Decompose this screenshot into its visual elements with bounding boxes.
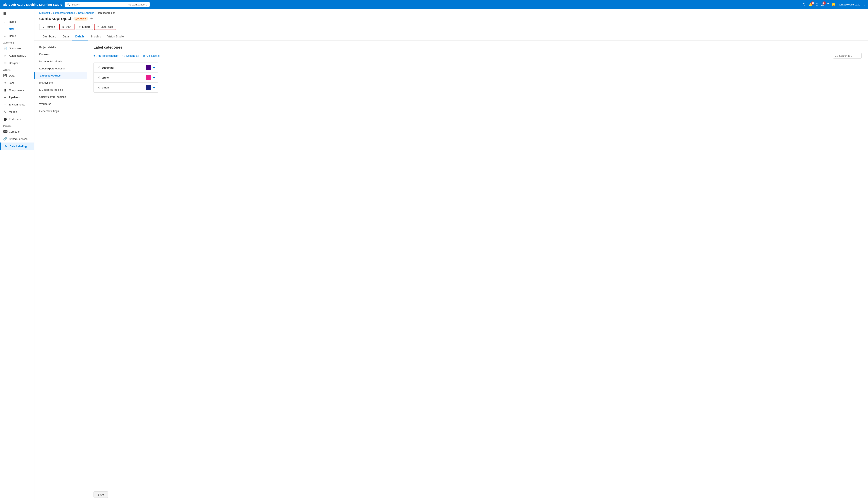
info-icon: ℹ <box>75 17 76 20</box>
category-list: − cucumber + − apple + − <box>94 63 158 93</box>
tab-dashboard[interactable]: Dashboard <box>39 33 60 41</box>
tabs: Dashboard Data Details Insights Vision S… <box>34 33 868 41</box>
search-box[interactable]: 🔍 This workspace ⌄ <box>65 2 150 7</box>
left-nav-general-settings[interactable]: General Settings <box>34 107 87 115</box>
left-nav-label-categories[interactable]: Label categories <box>34 72 87 79</box>
left-nav-quality-control[interactable]: Quality control settings <box>34 93 87 100</box>
main-content: Label categories + Add label category ⨁ … <box>87 41 868 488</box>
add-label-category-button[interactable]: + Add label category <box>94 54 118 57</box>
status-badge: ℹ Paused <box>74 17 88 21</box>
left-nav-workforce[interactable]: Workforce <box>34 100 87 107</box>
color-swatch-onion[interactable] <box>146 85 151 90</box>
sidebar-item-models[interactable]: ↻ Models <box>0 108 34 115</box>
workspace-selector[interactable]: This workspace ⌄ <box>126 3 148 6</box>
pipelines-icon: ≡ <box>3 96 7 99</box>
data-labeling-icon: ✎ <box>4 144 8 148</box>
add-subcategory-onion-button[interactable]: + <box>153 86 155 89</box>
label-actions: + Add label category ⨁ Expand all ⨂ Coll… <box>94 53 861 58</box>
sidebar-item-compute[interactable]: ⌨ Compute <box>0 128 34 135</box>
breadcrumb-data-labeling[interactable]: Data Labeling <box>78 11 94 14</box>
sidebar: ☰ ← Home + New ⌂ Home Authoring 📄 Notebo… <box>0 9 34 501</box>
sidebar-item-environments[interactable]: ▭ Environments <box>0 101 34 108</box>
username-label[interactable]: contosoworkspace <box>838 3 860 6</box>
sidebar-item-data-labeling[interactable]: ✎ Data Labeling <box>0 142 34 150</box>
expand-onion-icon[interactable]: − <box>97 86 100 89</box>
sidebar-item-home[interactable]: ⌂ Home <box>0 32 34 40</box>
sidebar-item-microsoft[interactable]: ← Home <box>0 18 34 25</box>
sidebar-item-jobs[interactable]: ⚛ Jobs <box>0 79 34 86</box>
sidebar-item-linked-services[interactable]: 🔗 Linked Services <box>0 135 34 142</box>
search-input[interactable] <box>72 3 125 6</box>
expand-apple-icon[interactable]: − <box>97 76 100 79</box>
clock-icon[interactable]: ⏱ <box>803 3 806 6</box>
expand-cucumber-icon[interactable]: − <box>97 66 100 69</box>
top-bar: Microsoft Azure Machine Learning Studio … <box>0 0 868 9</box>
left-nav-ml-assisted[interactable]: ML assisted labeling <box>34 86 87 93</box>
tab-vision-studio[interactable]: Vision Studio <box>104 33 127 41</box>
tab-insights[interactable]: Insights <box>88 33 104 41</box>
breadcrumb: Microsoft › contosoworkspace › Data Labe… <box>34 9 868 15</box>
category-item-onion: − onion + <box>94 83 158 92</box>
hamburger-icon[interactable]: ☰ <box>0 9 34 18</box>
dropdown-chevron-icon[interactable]: ⌄ <box>863 3 866 6</box>
sidebar-item-components[interactable]: ▮ Components <box>0 86 34 94</box>
components-icon: ▮ <box>3 88 7 92</box>
sidebar-item-automated-ml[interactable]: △ Automated ML <box>0 52 34 59</box>
manage-section-label: Manage <box>0 122 34 128</box>
account-icon[interactable]: 😀 <box>832 3 836 7</box>
start-button[interactable]: ▶ Start <box>59 24 75 30</box>
left-nav-datasets[interactable]: Datasets <box>34 51 87 58</box>
breadcrumb-sep-3: › <box>96 12 96 14</box>
expand-all-button[interactable]: ⨁ Expand all <box>122 54 139 57</box>
notifications-icon[interactable]: 🔔 23 <box>809 3 813 7</box>
alerts-icon[interactable]: ⚠ 14 <box>821 3 824 7</box>
breadcrumb-sep-1: › <box>51 12 52 14</box>
collapse-all-button[interactable]: ⨂ Collapse all <box>143 54 160 57</box>
sidebar-item-endpoints[interactable]: ⬤ Endpoints <box>0 115 34 122</box>
sidebar-item-new[interactable]: + New <box>0 25 34 32</box>
help-icon[interactable]: ? <box>827 3 829 6</box>
add-subcategory-cucumber-button[interactable]: + <box>153 66 155 69</box>
star-icon[interactable]: ★ <box>90 17 93 21</box>
jobs-icon: ⚛ <box>3 81 7 85</box>
left-nav-incremental-refresh[interactable]: Incremental refresh <box>34 58 87 65</box>
page-title: contosoproject <box>39 16 72 21</box>
filter-icon: ⚖ <box>835 54 838 57</box>
tab-details[interactable]: Details <box>72 33 88 41</box>
data-icon: 💾 <box>3 74 7 77</box>
tab-data[interactable]: Data <box>60 33 72 41</box>
authoring-section-label: Authoring <box>0 40 34 45</box>
left-nav: Project details Datasets Incremental ref… <box>34 41 87 501</box>
home-icon: ⌂ <box>3 34 7 38</box>
search-categories-box[interactable]: ⚖ <box>833 53 861 58</box>
category-name-apple: apple <box>102 76 144 79</box>
alerts-badge: 14 <box>823 1 826 5</box>
search-categories-input[interactable] <box>839 54 859 57</box>
sidebar-item-pipelines[interactable]: ≡ Pipelines <box>0 94 34 101</box>
save-button[interactable]: Save <box>94 491 108 498</box>
color-swatch-apple[interactable] <box>146 75 151 80</box>
category-item-cucumber: − cucumber + <box>94 63 158 73</box>
models-icon: ↻ <box>3 110 7 114</box>
breadcrumb-microsoft[interactable]: Microsoft <box>39 11 50 14</box>
category-name-cucumber: cucumber <box>102 66 144 69</box>
color-swatch-cucumber[interactable] <box>146 65 151 70</box>
breadcrumb-workspace[interactable]: contosoworkspace <box>53 11 75 14</box>
refresh-button[interactable]: ↻ Refresh <box>39 24 58 30</box>
label-data-button[interactable]: ✎ Label data <box>94 24 116 30</box>
sidebar-item-data[interactable]: 💾 Data <box>0 72 34 79</box>
add-subcategory-apple-button[interactable]: + <box>153 76 155 79</box>
save-bar: Save <box>87 488 868 501</box>
chevron-down-icon: ⌄ <box>145 3 148 6</box>
export-button[interactable]: ⇧ Export <box>76 24 93 30</box>
sidebar-item-designer[interactable]: ☷ Designer <box>0 59 34 67</box>
collapse-icon: ⨂ <box>143 54 145 57</box>
category-item-apple: − apple + <box>94 73 158 83</box>
sidebar-item-notebooks[interactable]: 📄 Notebooks <box>0 45 34 52</box>
page-header: contosoproject ℹ Paused ★ <box>34 15 868 21</box>
settings-icon[interactable]: ⚙ <box>816 3 818 7</box>
left-nav-project-details[interactable]: Project details <box>34 44 87 51</box>
plus-icon: + <box>3 27 7 31</box>
left-nav-instructions[interactable]: Instructions <box>34 79 87 86</box>
left-nav-label-export[interactable]: Label export (optional) <box>34 65 87 72</box>
